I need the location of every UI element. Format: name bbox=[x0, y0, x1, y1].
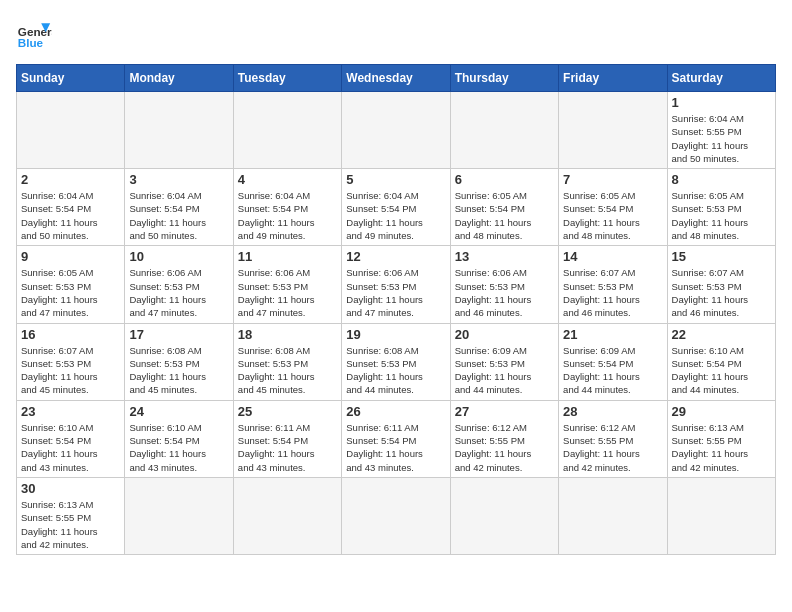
calendar-cell: 22Sunrise: 6:10 AM Sunset: 5:54 PM Dayli… bbox=[667, 323, 775, 400]
day-number: 9 bbox=[21, 249, 120, 264]
calendar-cell bbox=[17, 92, 125, 169]
day-number: 20 bbox=[455, 327, 554, 342]
day-info: Sunrise: 6:06 AM Sunset: 5:53 PM Dayligh… bbox=[238, 266, 337, 319]
day-number: 1 bbox=[672, 95, 771, 110]
logo-icon: General Blue bbox=[16, 16, 52, 52]
day-number: 22 bbox=[672, 327, 771, 342]
day-number: 17 bbox=[129, 327, 228, 342]
svg-text:Blue: Blue bbox=[18, 36, 44, 49]
day-info: Sunrise: 6:10 AM Sunset: 5:54 PM Dayligh… bbox=[129, 421, 228, 474]
calendar-cell: 20Sunrise: 6:09 AM Sunset: 5:53 PM Dayli… bbox=[450, 323, 558, 400]
calendar-cell bbox=[233, 477, 341, 554]
day-info: Sunrise: 6:05 AM Sunset: 5:53 PM Dayligh… bbox=[672, 189, 771, 242]
day-info: Sunrise: 6:13 AM Sunset: 5:55 PM Dayligh… bbox=[21, 498, 120, 551]
calendar-cell: 16Sunrise: 6:07 AM Sunset: 5:53 PM Dayli… bbox=[17, 323, 125, 400]
calendar-cell: 27Sunrise: 6:12 AM Sunset: 5:55 PM Dayli… bbox=[450, 400, 558, 477]
day-info: Sunrise: 6:07 AM Sunset: 5:53 PM Dayligh… bbox=[672, 266, 771, 319]
day-info: Sunrise: 6:13 AM Sunset: 5:55 PM Dayligh… bbox=[672, 421, 771, 474]
calendar-cell: 8Sunrise: 6:05 AM Sunset: 5:53 PM Daylig… bbox=[667, 169, 775, 246]
day-number: 24 bbox=[129, 404, 228, 419]
day-info: Sunrise: 6:12 AM Sunset: 5:55 PM Dayligh… bbox=[563, 421, 662, 474]
day-number: 30 bbox=[21, 481, 120, 496]
calendar-cell: 2Sunrise: 6:04 AM Sunset: 5:54 PM Daylig… bbox=[17, 169, 125, 246]
day-header-wednesday: Wednesday bbox=[342, 65, 450, 92]
day-number: 14 bbox=[563, 249, 662, 264]
calendar-week-row: 30Sunrise: 6:13 AM Sunset: 5:55 PM Dayli… bbox=[17, 477, 776, 554]
day-info: Sunrise: 6:10 AM Sunset: 5:54 PM Dayligh… bbox=[21, 421, 120, 474]
day-number: 15 bbox=[672, 249, 771, 264]
day-header-tuesday: Tuesday bbox=[233, 65, 341, 92]
day-number: 16 bbox=[21, 327, 120, 342]
day-number: 2 bbox=[21, 172, 120, 187]
calendar-cell: 18Sunrise: 6:08 AM Sunset: 5:53 PM Dayli… bbox=[233, 323, 341, 400]
day-info: Sunrise: 6:11 AM Sunset: 5:54 PM Dayligh… bbox=[238, 421, 337, 474]
day-number: 8 bbox=[672, 172, 771, 187]
calendar-cell: 30Sunrise: 6:13 AM Sunset: 5:55 PM Dayli… bbox=[17, 477, 125, 554]
calendar-week-row: 1Sunrise: 6:04 AM Sunset: 5:55 PM Daylig… bbox=[17, 92, 776, 169]
calendar-cell: 11Sunrise: 6:06 AM Sunset: 5:53 PM Dayli… bbox=[233, 246, 341, 323]
calendar-week-row: 16Sunrise: 6:07 AM Sunset: 5:53 PM Dayli… bbox=[17, 323, 776, 400]
day-info: Sunrise: 6:08 AM Sunset: 5:53 PM Dayligh… bbox=[129, 344, 228, 397]
day-info: Sunrise: 6:10 AM Sunset: 5:54 PM Dayligh… bbox=[672, 344, 771, 397]
calendar-week-row: 9Sunrise: 6:05 AM Sunset: 5:53 PM Daylig… bbox=[17, 246, 776, 323]
calendar-cell bbox=[125, 477, 233, 554]
day-number: 5 bbox=[346, 172, 445, 187]
day-number: 13 bbox=[455, 249, 554, 264]
calendar-week-row: 23Sunrise: 6:10 AM Sunset: 5:54 PM Dayli… bbox=[17, 400, 776, 477]
day-info: Sunrise: 6:07 AM Sunset: 5:53 PM Dayligh… bbox=[563, 266, 662, 319]
day-number: 27 bbox=[455, 404, 554, 419]
day-info: Sunrise: 6:09 AM Sunset: 5:53 PM Dayligh… bbox=[455, 344, 554, 397]
page-header: General Blue bbox=[16, 16, 776, 52]
calendar-cell: 14Sunrise: 6:07 AM Sunset: 5:53 PM Dayli… bbox=[559, 246, 667, 323]
calendar-cell: 19Sunrise: 6:08 AM Sunset: 5:53 PM Dayli… bbox=[342, 323, 450, 400]
day-info: Sunrise: 6:11 AM Sunset: 5:54 PM Dayligh… bbox=[346, 421, 445, 474]
day-header-monday: Monday bbox=[125, 65, 233, 92]
calendar-cell: 25Sunrise: 6:11 AM Sunset: 5:54 PM Dayli… bbox=[233, 400, 341, 477]
day-info: Sunrise: 6:05 AM Sunset: 5:54 PM Dayligh… bbox=[455, 189, 554, 242]
calendar-week-row: 2Sunrise: 6:04 AM Sunset: 5:54 PM Daylig… bbox=[17, 169, 776, 246]
calendar-header-row: SundayMondayTuesdayWednesdayThursdayFrid… bbox=[17, 65, 776, 92]
calendar-cell: 21Sunrise: 6:09 AM Sunset: 5:54 PM Dayli… bbox=[559, 323, 667, 400]
calendar-cell: 23Sunrise: 6:10 AM Sunset: 5:54 PM Dayli… bbox=[17, 400, 125, 477]
day-number: 21 bbox=[563, 327, 662, 342]
day-info: Sunrise: 6:06 AM Sunset: 5:53 PM Dayligh… bbox=[455, 266, 554, 319]
day-info: Sunrise: 6:06 AM Sunset: 5:53 PM Dayligh… bbox=[129, 266, 228, 319]
day-info: Sunrise: 6:04 AM Sunset: 5:54 PM Dayligh… bbox=[238, 189, 337, 242]
calendar-cell bbox=[125, 92, 233, 169]
day-info: Sunrise: 6:04 AM Sunset: 5:54 PM Dayligh… bbox=[129, 189, 228, 242]
calendar-cell: 17Sunrise: 6:08 AM Sunset: 5:53 PM Dayli… bbox=[125, 323, 233, 400]
day-info: Sunrise: 6:08 AM Sunset: 5:53 PM Dayligh… bbox=[238, 344, 337, 397]
calendar-cell: 7Sunrise: 6:05 AM Sunset: 5:54 PM Daylig… bbox=[559, 169, 667, 246]
calendar-cell: 13Sunrise: 6:06 AM Sunset: 5:53 PM Dayli… bbox=[450, 246, 558, 323]
day-info: Sunrise: 6:07 AM Sunset: 5:53 PM Dayligh… bbox=[21, 344, 120, 397]
calendar-cell: 15Sunrise: 6:07 AM Sunset: 5:53 PM Dayli… bbox=[667, 246, 775, 323]
day-info: Sunrise: 6:05 AM Sunset: 5:53 PM Dayligh… bbox=[21, 266, 120, 319]
day-info: Sunrise: 6:09 AM Sunset: 5:54 PM Dayligh… bbox=[563, 344, 662, 397]
day-info: Sunrise: 6:04 AM Sunset: 5:55 PM Dayligh… bbox=[672, 112, 771, 165]
day-number: 12 bbox=[346, 249, 445, 264]
day-info: Sunrise: 6:04 AM Sunset: 5:54 PM Dayligh… bbox=[21, 189, 120, 242]
calendar-cell bbox=[559, 92, 667, 169]
calendar-cell: 3Sunrise: 6:04 AM Sunset: 5:54 PM Daylig… bbox=[125, 169, 233, 246]
day-info: Sunrise: 6:05 AM Sunset: 5:54 PM Dayligh… bbox=[563, 189, 662, 242]
day-info: Sunrise: 6:08 AM Sunset: 5:53 PM Dayligh… bbox=[346, 344, 445, 397]
calendar-cell bbox=[233, 92, 341, 169]
calendar-cell: 29Sunrise: 6:13 AM Sunset: 5:55 PM Dayli… bbox=[667, 400, 775, 477]
day-number: 3 bbox=[129, 172, 228, 187]
day-info: Sunrise: 6:12 AM Sunset: 5:55 PM Dayligh… bbox=[455, 421, 554, 474]
calendar-cell: 4Sunrise: 6:04 AM Sunset: 5:54 PM Daylig… bbox=[233, 169, 341, 246]
day-number: 25 bbox=[238, 404, 337, 419]
calendar-cell: 1Sunrise: 6:04 AM Sunset: 5:55 PM Daylig… bbox=[667, 92, 775, 169]
day-number: 6 bbox=[455, 172, 554, 187]
calendar-cell bbox=[342, 477, 450, 554]
day-number: 7 bbox=[563, 172, 662, 187]
calendar-cell: 24Sunrise: 6:10 AM Sunset: 5:54 PM Dayli… bbox=[125, 400, 233, 477]
day-number: 4 bbox=[238, 172, 337, 187]
calendar-cell bbox=[559, 477, 667, 554]
day-info: Sunrise: 6:04 AM Sunset: 5:54 PM Dayligh… bbox=[346, 189, 445, 242]
calendar-cell bbox=[450, 477, 558, 554]
calendar-cell: 26Sunrise: 6:11 AM Sunset: 5:54 PM Dayli… bbox=[342, 400, 450, 477]
calendar-cell bbox=[450, 92, 558, 169]
day-header-thursday: Thursday bbox=[450, 65, 558, 92]
calendar-cell bbox=[667, 477, 775, 554]
